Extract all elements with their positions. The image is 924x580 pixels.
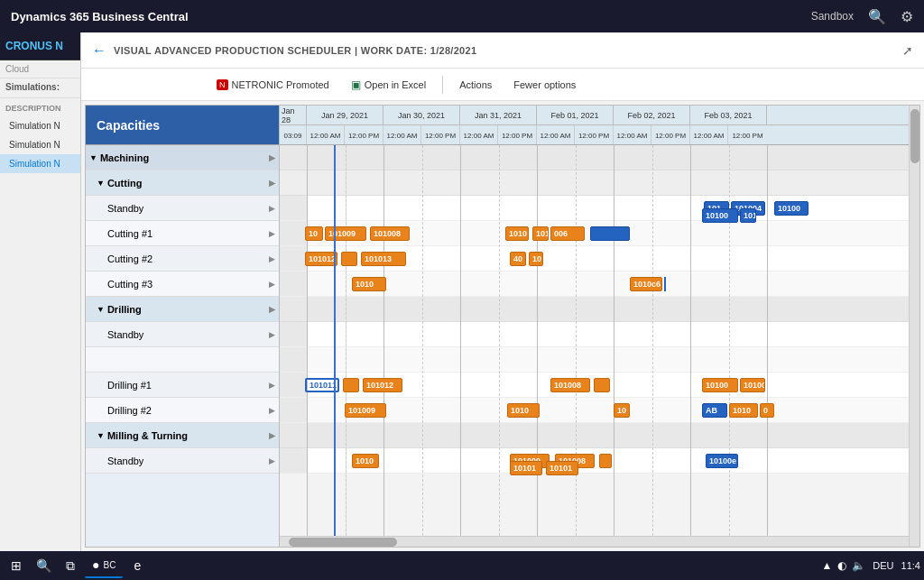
bar-c1-10[interactable]: 10	[305, 226, 323, 241]
time-7: 12:00 AM	[537, 125, 575, 145]
row-drilling1[interactable]: Drilling #1 ▶	[86, 373, 279, 398]
netronic-icon: N	[217, 79, 228, 90]
excel-icon: ▣	[351, 78, 361, 91]
bar-c1-1010[interactable]: 1010	[505, 226, 529, 241]
row-cutting1[interactable]: Cutting #1 ▶	[86, 221, 279, 246]
open-excel-button[interactable]: ▣ Open in Excel	[342, 75, 435, 95]
row-cutting3[interactable]: Cutting #3 ▶	[86, 272, 279, 297]
bar-d1-101008[interactable]: 101008	[550, 378, 590, 392]
bar-c2-a[interactable]: 40	[510, 252, 526, 266]
bar-c2-sm[interactable]	[341, 252, 357, 266]
separator	[442, 76, 443, 94]
body-row-standby2	[280, 322, 909, 347]
bar-d1-10100c[interactable]: 10100	[740, 378, 765, 392]
bar-d1-10100b[interactable]: 10100	[702, 378, 738, 392]
vline-6	[767, 145, 768, 536]
settings-icon[interactable]: ⚙	[901, 8, 913, 25]
simulations-label: Simulations:	[0, 78, 80, 96]
vline-0	[307, 145, 308, 536]
gantt-chart-header: Jan 28 Jan 29, 2021 Jan 30, 2021 Jan 31,…	[280, 106, 909, 145]
time-0: 03:09	[280, 125, 307, 145]
h-scrollbar[interactable]	[280, 536, 909, 547]
hline-2	[499, 145, 500, 536]
bar-c2-101012[interactable]: 101012	[305, 252, 337, 266]
hline-1	[422, 145, 423, 536]
bar-d2-10[interactable]: 10	[614, 403, 630, 418]
row-standby-1[interactable]: Standby ▶	[86, 196, 279, 221]
body-row-empty	[280, 347, 909, 373]
company-name: CRONUS N	[0, 32, 80, 60]
shade-s1	[280, 196, 307, 220]
bar-c3-marker	[664, 277, 666, 291]
date-jan28: Jan 28	[280, 106, 307, 124]
search-icon[interactable]: 🔍	[868, 8, 886, 25]
nav-right: Sandbox 🔍 ⚙	[811, 8, 913, 25]
bar-d1-sm2[interactable]	[594, 378, 610, 392]
time-5: 12:00 AM	[460, 125, 498, 145]
v-scrollbar-thumb[interactable]	[910, 109, 919, 163]
time-10: 12:00 PM	[651, 125, 690, 145]
netronic-promoted-button[interactable]: N NETRONIC Promoted	[208, 76, 338, 94]
bar-c2-101013[interactable]: 101013	[361, 252, 406, 266]
sidebar-item-1[interactable]: Simulation N	[0, 135, 80, 154]
gantt-container: Capacities ▼ Machining ▶ ▼ Cutting ▶ Sta	[85, 105, 920, 548]
row-drilling[interactable]: ▼ Drilling ▶	[86, 297, 279, 322]
nav-left: Dynamics 365 Business Central	[11, 10, 189, 23]
vline-5	[690, 145, 691, 536]
row-standby-3[interactable]: Standby ▶	[86, 448, 279, 474]
bar-d2-101009[interactable]: 101009	[345, 403, 386, 418]
time-2: 12:00 PM	[345, 125, 383, 145]
brand-name: Dynamics 365 Business Central	[11, 10, 189, 23]
bar-c1-101009[interactable]: 101009	[325, 226, 366, 241]
row-machining[interactable]: ▼ Machining ▶	[86, 145, 279, 170]
row-milling[interactable]: ▼ Milling & Turning ▶	[86, 423, 279, 448]
time-3: 12:00 AM	[383, 125, 421, 145]
bar-d1-sm[interactable]	[343, 378, 359, 392]
date-feb03: Feb 03, 2021	[690, 106, 767, 124]
bar-standby-10100b[interactable]: 10100	[702, 208, 738, 223]
date-jan30: Jan 30, 2021	[383, 106, 460, 124]
sidebar-item-2[interactable]: Simulation N	[0, 154, 80, 173]
bar-m-sm[interactable]	[599, 454, 612, 468]
actions-button[interactable]: Actions	[450, 76, 501, 94]
date-jan31: Jan 31, 2021	[460, 106, 537, 124]
body-row-machining	[280, 145, 909, 170]
bar-c2-b[interactable]: 10	[529, 252, 543, 266]
bar-d2-ab[interactable]: AB	[702, 403, 727, 418]
gantt-body: 101 101004 10100 10100 101 10 101009 101…	[280, 145, 909, 536]
bar-d2-0[interactable]: 0	[760, 403, 774, 418]
bar-standby-10100[interactable]: 10100	[774, 201, 808, 216]
fewer-options-button[interactable]: Fewer options	[504, 76, 585, 94]
bar-c1-blue[interactable]	[590, 226, 630, 241]
bar-d2-1010b[interactable]: 1010	[729, 403, 758, 418]
bar-c3-101c6[interactable]: 1010c6	[630, 277, 662, 291]
bar-m-1010[interactable]: 1010	[352, 454, 379, 468]
bar-m-10101b[interactable]: 10101	[546, 461, 578, 475]
action-bar: N NETRONIC Promoted ▣ Open in Excel Acti…	[81, 69, 924, 101]
h-scrollbar-thumb[interactable]	[289, 538, 397, 547]
sidebar-item-0[interactable]: Simulation N	[0, 116, 80, 135]
current-time-line	[334, 145, 336, 536]
bar-standby-101c[interactable]: 101	[740, 208, 756, 223]
back-button[interactable]: ←	[92, 42, 106, 59]
body-row-milling	[280, 423, 909, 448]
date-jan29: Jan 29, 2021	[307, 106, 383, 124]
bar-c3-1010[interactable]: 1010	[352, 277, 386, 291]
second-bar: ← VISUAL ADVANCED PRODUCTION SCHEDULER |…	[81, 32, 924, 69]
time-12: 12:00 PM	[728, 125, 767, 145]
bar-d1-101012[interactable]: 101012	[363, 378, 402, 392]
gantt-labels: Capacities ▼ Machining ▶ ▼ Cutting ▶ Sta	[86, 106, 280, 547]
chevron-machining: ▶	[269, 153, 275, 162]
bar-d2-1010[interactable]: 1010	[507, 403, 540, 418]
v-scrollbar[interactable]	[909, 106, 919, 547]
expand-icon[interactable]: ➚	[902, 43, 913, 58]
row-standby-2[interactable]: Standby ▶	[86, 322, 279, 347]
row-cutting[interactable]: ▼ Cutting ▶	[86, 170, 279, 196]
row-drilling2[interactable]: Drilling #2 ▶	[86, 398, 279, 423]
bar-c1-101008[interactable]: 101008	[370, 226, 410, 241]
bar-c1-006[interactable]: 006	[550, 226, 585, 241]
bar-m-10100e[interactable]: 10100e	[706, 454, 738, 468]
bar-c1-101x[interactable]: 101	[532, 226, 549, 241]
bar-m-10101[interactable]: 10101	[510, 461, 542, 475]
row-cutting2[interactable]: Cutting #2 ▶	[86, 246, 279, 272]
